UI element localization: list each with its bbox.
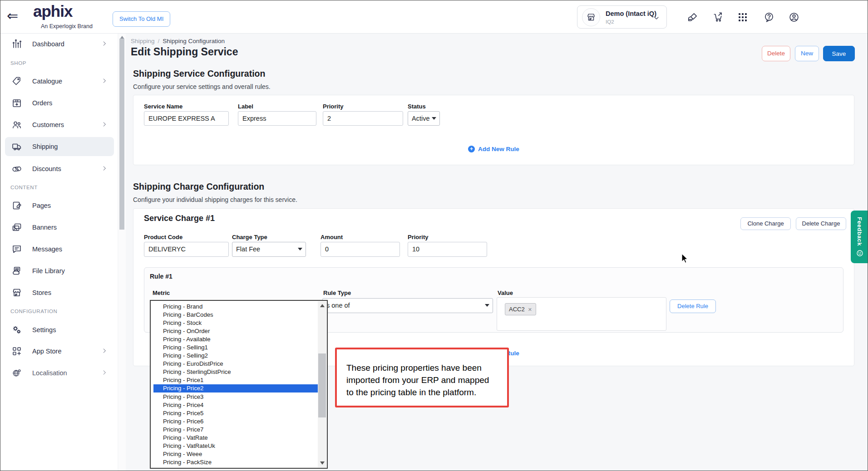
sidebar-item-shipping[interactable]: Shipping (5, 137, 114, 156)
charge-config-heading: Shipping Charge Configuration (133, 182, 264, 192)
sidebar-item-label: Orders (32, 99, 52, 107)
add-new-rule-link[interactable]: + Add New Rule (468, 146, 519, 152)
dropdown-option[interactable]: Pricing - VatRate (153, 434, 318, 442)
sidebar-item-stores[interactable]: Stores (5, 283, 114, 302)
dropdown-option[interactable]: Pricing - Weee (153, 450, 318, 458)
store-selector[interactable]: Demo (Intact iQ) IQ2 (577, 5, 667, 29)
dropdown-scrollbar-thumb[interactable] (318, 353, 326, 417)
metric-label: Metric (153, 289, 170, 296)
metric-dropdown-options: Pricing - Brand Pricing - BarCodes Prici… (153, 302, 318, 466)
plus-circle-icon: + (468, 146, 475, 152)
delete-rule-button[interactable]: Delete Rule (670, 299, 716, 313)
charge-type-select[interactable]: Flat Fee (232, 242, 306, 257)
sidebar-item-label: Discounts (32, 165, 61, 172)
sidebar-item-label: Dashboard (32, 40, 64, 48)
dropdown-option[interactable]: Pricing - SterlingDistPrice (153, 368, 318, 376)
sidebar-item-dashboard[interactable]: Dashboard (5, 34, 114, 54)
scrollbar-thumb[interactable] (119, 39, 124, 230)
switch-to-old-mi-button[interactable]: Switch To Old MI (113, 11, 170, 27)
feedback-tab-label: Feedback (856, 217, 863, 246)
sidebar-item-label: File Library (32, 267, 65, 275)
service-name-input[interactable]: EUROPE EXPRESS A (144, 111, 229, 126)
sidebar-item-pages[interactable]: Pages (5, 196, 114, 215)
scrollbar-up-arrow-icon[interactable] (320, 304, 325, 307)
sidebar-item-localisation[interactable]: Localisation (5, 363, 114, 383)
sidebar: Dashboard SHOP Catalogue Orders Customer… (0, 34, 118, 471)
dropdown-option[interactable]: Pricing - Selling2 (153, 352, 318, 360)
priority-label: Priority (323, 103, 344, 110)
sidebar-item-file-library[interactable]: File Library (5, 261, 114, 280)
product-code-input[interactable]: DELIVERYC (144, 242, 229, 257)
annotation-line: imported from your ERP and mapped (346, 374, 507, 386)
amount-input[interactable]: 0 (321, 242, 400, 257)
store-code: IQ2 (606, 19, 614, 25)
sidebar-item-messages[interactable]: Messages (5, 240, 114, 259)
dropdown-option[interactable]: Pricing - OnOrder (153, 327, 318, 335)
annotation-line: These pricing properties have been (346, 362, 507, 374)
store-name: Demo (Intact iQ) (606, 10, 656, 17)
dropdown-option[interactable]: Pricing - BarCodes (153, 310, 318, 319)
charge-priority-label: Priority (408, 234, 429, 240)
brand-tagline: An Experlogix Brand (41, 23, 93, 29)
scrollbar-down-arrow-icon[interactable] (320, 461, 325, 465)
add-new-rule-label: Add New Rule (478, 146, 519, 152)
feedback-tab[interactable]: Feedback (851, 211, 868, 263)
chevron-right-icon (101, 40, 108, 49)
dropdown-option[interactable]: Pricing - Price3 (153, 392, 318, 401)
dropdown-option[interactable]: Pricing - VatRateUk (153, 442, 318, 450)
dropdown-option[interactable]: Pricing - Price7 (153, 425, 318, 433)
dropdown-option[interactable]: Pricing - Price5 (153, 409, 318, 417)
remove-tag-icon[interactable]: ✕ (528, 307, 532, 312)
label-input[interactable]: Express (238, 111, 316, 126)
service-name-label: Service Name (144, 103, 182, 110)
sidebar-item-label: Customers (32, 121, 64, 128)
page-title: Edit Shipping Service (131, 46, 238, 58)
sidebar-collapse-icon[interactable]: ⇐ (7, 8, 18, 24)
dropdown-option[interactable]: Pricing - Price6 (153, 417, 318, 425)
theme-brush-icon[interactable] (686, 11, 699, 24)
priority-input[interactable]: 2 (323, 111, 403, 126)
dropdown-option[interactable]: Pricing - PackSize (153, 458, 318, 466)
dropdown-option[interactable]: Pricing - EuroDistPrice (153, 360, 318, 368)
sidebar-item-banners[interactable]: Banners (5, 218, 114, 237)
sidebar-item-app-store[interactable]: App Store (5, 342, 114, 361)
save-button[interactable]: Save (823, 46, 855, 61)
status-select[interactable]: Active (408, 111, 440, 126)
sidebar-item-label: Pages (32, 202, 51, 209)
dropdown-option-selected[interactable]: Pricing - Price2 (153, 384, 318, 392)
breadcrumb-shipping[interactable]: Shipping (131, 38, 155, 44)
help-icon[interactable] (763, 11, 775, 24)
dropdown-option[interactable]: Pricing - Available (153, 335, 318, 343)
dropdown-option[interactable]: Pricing - Brand (153, 302, 318, 310)
sidebar-item-settings[interactable]: Settings (5, 320, 114, 339)
charge-priority-input[interactable]: 10 (408, 242, 487, 257)
account-icon[interactable] (788, 11, 800, 24)
storefront-cart-icon[interactable] (712, 11, 725, 24)
charge-type-label: Charge Type (232, 234, 267, 240)
content-scrollbar[interactable] (118, 34, 126, 471)
charge-type-select-value: Flat Fee (236, 245, 260, 253)
sidebar-item-discounts[interactable]: Discounts (5, 159, 114, 178)
sidebar-section-content: CONTENT (10, 185, 38, 190)
delete-charge-button[interactable]: Delete Charge (796, 217, 846, 230)
sidebar-item-catalogue[interactable]: Catalogue (5, 72, 114, 91)
new-button[interactable]: New (795, 46, 819, 61)
apps-grid-icon[interactable] (736, 11, 749, 24)
dropdown-option[interactable]: Pricing - Stock (153, 319, 318, 327)
select-arrow-icon (485, 304, 489, 307)
brand-logo: aphix (33, 2, 72, 20)
delete-button[interactable]: Delete (762, 46, 790, 61)
dropdown-option[interactable]: Pricing - Selling1 (153, 343, 318, 351)
dropdown-option[interactable]: Pricing - Price4 (153, 401, 318, 409)
breadcrumb: Shipping/Shipping Configuration (131, 38, 225, 44)
rule-title: Rule #1 (150, 273, 173, 280)
dropdown-scrollbar[interactable] (318, 301, 326, 467)
annotation-box: These pricing properties have been impor… (335, 348, 509, 407)
sidebar-item-label: Shipping (32, 143, 58, 150)
dropdown-option[interactable]: Pricing - Price1 (153, 376, 318, 384)
sidebar-item-customers[interactable]: Customers (5, 115, 114, 134)
rule-value-box[interactable]: ACC2✕ (497, 297, 666, 331)
rule-type-select[interactable]: Is one of (322, 298, 493, 313)
clone-charge-button[interactable]: Clone Charge (740, 217, 791, 230)
sidebar-item-orders[interactable]: Orders (5, 93, 114, 113)
